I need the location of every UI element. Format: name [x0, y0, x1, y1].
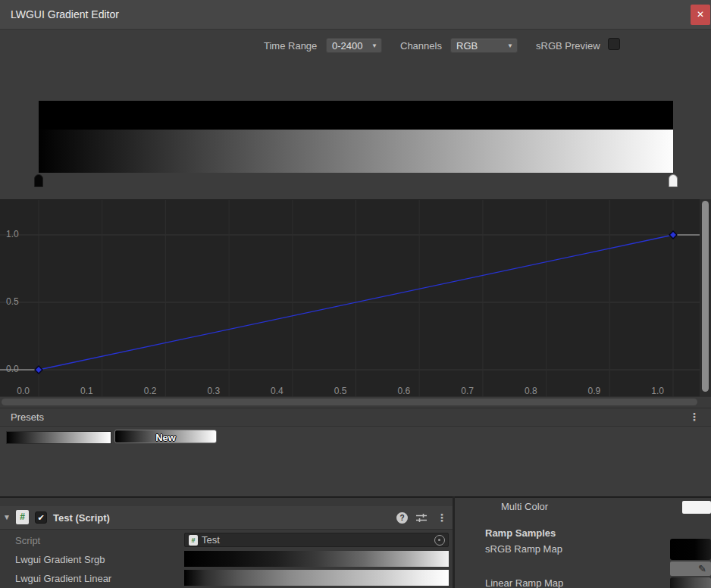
inspector-panel: ▼ # ✔ Test (Script) ? ⋮ Script # Test Lw…	[0, 498, 453, 588]
chevron-down-icon: ▼	[507, 39, 513, 54]
gradient-stop-left[interactable]	[34, 174, 43, 187]
material-panel: Multi Color Ramp Samples sRGB Ramp Map ✎…	[455, 498, 711, 588]
srgb-preview-label: sRGB Preview	[536, 38, 600, 54]
lwgui-gradient-editor-window: LWGUI Gradient Editor ✕ Time Range 0-240…	[0, 0, 711, 588]
component-kebab-icon[interactable]: ⋮	[437, 512, 447, 523]
close-icon[interactable]: ✕	[691, 5, 710, 25]
component-title: Test (Script)	[53, 512, 110, 524]
gradient-preview-top-bar[interactable]	[39, 101, 673, 130]
x-tick-label: 0.8	[525, 386, 537, 396]
horizontal-scrollbar[interactable]	[0, 396, 711, 408]
new-preset-label: New	[155, 432, 176, 443]
script-field-value: Test	[202, 533, 220, 546]
srgb-ramp-map-label: sRGB Ramp Map	[485, 543, 562, 555]
multi-color-swatch[interactable]	[682, 501, 711, 514]
component-header[interactable]: ▼ # ✔ Test (Script) ? ⋮	[0, 506, 453, 530]
window-title: LWGUI Gradient Editor	[11, 0, 119, 29]
pencil-icon: ✎	[698, 563, 706, 574]
new-preset-button[interactable]: New	[114, 430, 217, 443]
presets-kebab-icon[interactable]: ⋮	[689, 411, 700, 422]
time-range-dropdown[interactable]: 0-2400 ▼	[326, 38, 382, 53]
csharp-script-icon: #	[189, 535, 198, 546]
x-tick-label: 0.4	[271, 386, 283, 396]
x-tick-label: 0.7	[461, 386, 474, 396]
srgb-ramp-texture-swatch[interactable]	[670, 539, 711, 560]
presets-header-bar	[0, 408, 711, 427]
channels-value: RGB	[456, 40, 478, 52]
time-range-label: Time Range	[264, 38, 317, 54]
presets-sliders-icon[interactable]	[415, 512, 428, 524]
y-tick-label: 0.5	[6, 296, 19, 307]
horizontal-scrollbar-thumb[interactable]	[2, 399, 697, 405]
x-tick-label: 0.1	[80, 386, 93, 396]
foldout-triangle-icon[interactable]: ▼	[3, 513, 11, 521]
x-tick-label: 1.0	[651, 386, 664, 396]
script-row-label: Script	[15, 535, 40, 546]
csharp-script-icon: #	[16, 510, 29, 524]
gradient-srgb-label: Lwgui Gradient Srgb	[15, 554, 105, 565]
curve-keyframe[interactable]	[35, 366, 42, 374]
vertical-scrollbar[interactable]	[700, 199, 711, 396]
linear-ramp-texture-swatch[interactable]	[670, 577, 711, 588]
object-picker-icon[interactable]	[434, 535, 445, 546]
title-bar[interactable]: LWGUI Gradient Editor ✕	[0, 0, 711, 30]
x-tick-label: 0.6	[398, 386, 411, 396]
gradient-preview-bar[interactable]	[39, 130, 673, 173]
x-tick-label: 0.2	[144, 386, 157, 396]
vertical-scrollbar-thumb[interactable]	[702, 201, 709, 392]
gradient-linear-field[interactable]	[184, 570, 449, 586]
chevron-down-icon: ▼	[371, 39, 377, 54]
channels-label: Channels	[400, 38, 442, 54]
x-tick-label: 0.3	[207, 386, 220, 396]
srgb-preview-checkbox[interactable]	[608, 38, 620, 50]
gradient-linear-label: Lwgui Gradient Linear	[15, 573, 111, 584]
channels-dropdown[interactable]: RGB ▼	[450, 38, 518, 53]
gradient-stop-right[interactable]	[669, 174, 678, 187]
curve-editor[interactable]: 1.00.50.0 0.00.10.20.30.40.50.60.70.80.9…	[0, 199, 711, 396]
multi-color-label: Multi Color	[501, 501, 548, 512]
x-tick-label: 0.5	[334, 386, 347, 396]
curve-plot	[0, 200, 711, 397]
preset-gradient-swatch[interactable]	[6, 431, 111, 444]
time-range-value: 0-2400	[332, 40, 362, 52]
curve-keyframe[interactable]	[669, 231, 677, 239]
x-tick-label: 0.9	[588, 386, 601, 396]
gradient-srgb-field[interactable]	[184, 551, 449, 567]
x-tick-label: 0.0	[17, 386, 30, 396]
script-object-field[interactable]: # Test	[184, 533, 449, 547]
linear-ramp-map-label: Linear Ramp Map	[485, 577, 563, 588]
edit-ramp-button[interactable]: ✎	[670, 561, 711, 576]
presets-title: Presets	[11, 408, 44, 427]
help-icon[interactable]: ?	[396, 512, 408, 524]
ramp-samples-header: Ramp Samples	[485, 527, 556, 539]
y-tick-label: 0.0	[6, 364, 19, 374]
component-enabled-checkbox[interactable]: ✔	[35, 511, 47, 524]
y-tick-label: 1.0	[6, 229, 19, 239]
